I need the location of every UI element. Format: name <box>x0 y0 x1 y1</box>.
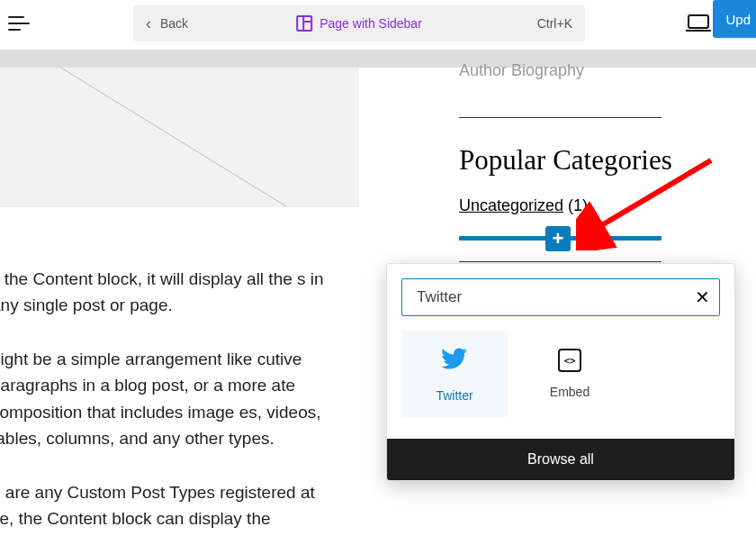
browse-all-button[interactable]: Browse all <box>387 439 734 480</box>
category-link[interactable]: Uncategorized <box>459 196 563 214</box>
clear-search-icon[interactable]: ✕ <box>695 286 710 308</box>
svg-rect-0 <box>688 15 708 28</box>
update-button[interactable]: Upd <box>713 0 756 38</box>
back-label: Back <box>160 16 188 31</box>
divider <box>459 117 662 118</box>
header-strip <box>0 50 756 68</box>
paragraph[interactable]: e are any Custom Post Types registered a… <box>0 479 342 532</box>
block-label: Twitter <box>436 388 472 403</box>
breadcrumb[interactable]: ‹ Back Page with Sidebar Ctrl+K <box>133 5 585 41</box>
block-inserter-popover: ✕ Twitter <> Embed Browse all <box>386 263 735 481</box>
block-label: Embed <box>550 385 590 399</box>
category-row[interactable]: Uncategorized (1) <box>459 196 588 215</box>
device-preview-icon[interactable] <box>686 13 711 32</box>
image-placeholder[interactable] <box>0 68 359 207</box>
chevron-left-icon: ‹ <box>146 15 151 32</box>
template-name: Page with Sidebar <box>320 16 422 31</box>
plus-icon: + <box>553 227 564 250</box>
shortcut-hint: Ctrl+K <box>537 16 572 31</box>
svg-line-2 <box>0 68 359 207</box>
paragraph[interactable]: s the Content block, it will display all… <box>0 266 342 319</box>
block-option-embed[interactable]: <> Embed <box>517 331 623 417</box>
block-option-twitter[interactable]: Twitter <box>401 331 508 417</box>
twitter-icon <box>441 345 468 376</box>
list-view-toggle[interactable] <box>5 13 32 34</box>
add-block-button[interactable]: + <box>545 226 571 251</box>
sidebar-heading[interactable]: Popular Categories <box>459 144 672 177</box>
paragraph[interactable]: night be a simple arrangement like cutiv… <box>0 346 342 452</box>
embed-icon: <> <box>558 349 581 372</box>
block-search[interactable]: ✕ <box>401 278 720 316</box>
template-icon <box>296 15 312 32</box>
category-count: (1) <box>568 196 588 214</box>
divider <box>459 261 662 262</box>
sidebar-prev-title: Author Biography <box>459 61 584 80</box>
block-search-input[interactable] <box>415 287 683 307</box>
content-text[interactable]: s the Content block, it will display all… <box>0 266 342 536</box>
